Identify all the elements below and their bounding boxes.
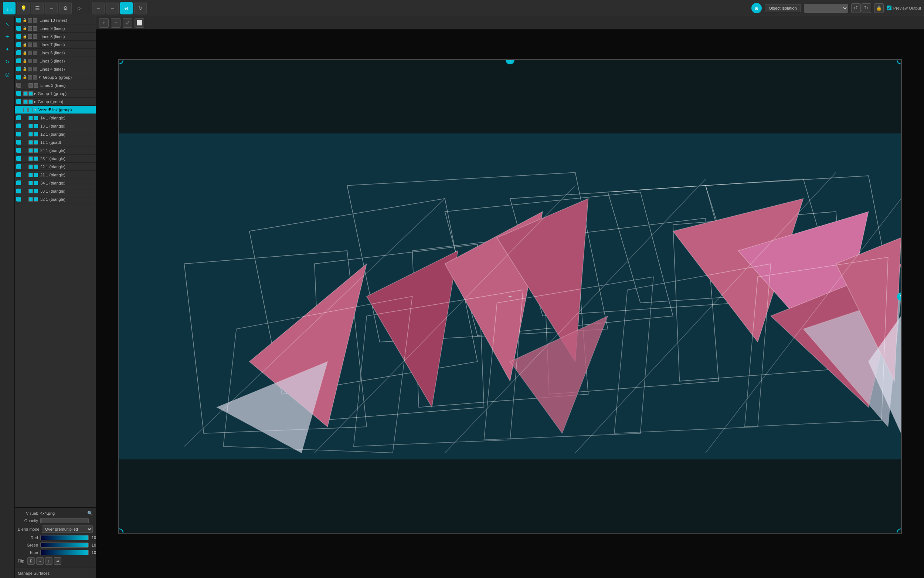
layer-item-tri33[interactable]: 33 1 (triangle) [15,187,96,195]
canvas-zoom-minus-btn[interactable]: − [111,18,120,28]
layer-vis-lines7[interactable] [16,42,21,47]
green-row: Green 100% [18,542,93,548]
zoom-out2-btn[interactable]: − [106,2,119,15]
zoom-out-btn[interactable]: − [92,2,105,15]
layer-vis-vezerblink[interactable] [16,107,21,112]
select-tab-btn[interactable]: ⬚ [3,2,16,15]
layer-color-group0 [23,99,28,104]
layer-item-tri21[interactable]: 21 1 (triangle) [15,171,96,179]
visual-search-icon[interactable]: 🔍 [87,511,93,516]
layer-item-lines3[interactable]: Lines 3 (lines) [15,81,96,89]
layer-vis-tri13[interactable] [16,123,21,128]
settings-tab-btn[interactable]: ⚙ [59,2,72,15]
manage-surfaces-bar: Manage Surfaces [15,568,96,578]
layer-item-vezerblink[interactable]: ▼VezerBlink (group) [15,106,96,114]
layer-item-tri12[interactable]: 12 1 (triangle) [15,130,96,138]
layer-vis-tri12[interactable] [16,132,21,136]
layer-item-lines5[interactable]: 🔒 Lines 5 (lines) [15,57,96,65]
object-isolation-btn[interactable]: Object Isolation [765,4,801,12]
refresh-btn[interactable]: ↻ [134,2,147,15]
transform-tool-btn[interactable]: ✦ [2,44,13,55]
layer-vis-group0[interactable] [16,99,21,104]
canvas-zoom-plus-btn[interactable]: + [99,18,108,28]
layer-color2-tri23 [34,156,38,161]
flip-v-btn[interactable]: ↕ [45,557,52,565]
rotate-tool-btn[interactable]: ↻ [2,56,13,67]
layer-vis-tri14[interactable] [16,115,21,120]
list-tab-btn[interactable]: ☰ [31,2,44,15]
layer-vis-tri22[interactable] [16,164,21,169]
layer-vis-tri33[interactable] [16,188,21,193]
expand-btn[interactable]: ▷ [73,2,86,15]
isolation-dropdown[interactable] [804,4,848,13]
camera-tool-btn[interactable]: ◎ [2,69,13,80]
red-slider[interactable] [40,535,89,540]
layer-item-lines8[interactable]: 🔒 Lines 8 (lines) [15,32,96,41]
layer-color-tri22 [29,164,33,169]
canvas-viewport[interactable]: ✛ ✕ + [96,29,924,578]
isolation-icon-btn[interactable]: ⊕ [751,3,762,13]
canvas-frame-btn[interactable]: ⬜ [134,18,144,28]
minus-tab-btn[interactable]: − [45,2,58,15]
layer-item-group1[interactable]: ▶Group 1 (group) [15,89,96,97]
toolbar-left: ⬚ 💡 ☰ − ⚙ ▷ − − ⊖ ↻ [3,2,147,15]
lock-btn[interactable]: 🔒 [874,3,884,13]
layer-vis-lines5[interactable] [16,58,21,63]
layer-item-tri13[interactable]: 13 1 (triangle) [15,122,96,130]
layer-vis-lines6[interactable] [16,50,21,55]
layer-vis-tri32[interactable] [16,197,21,201]
layer-name-tri14: 14 1 (triangle) [40,116,94,120]
layer-item-tri24[interactable]: 24 1 (triangle) [15,146,96,154]
flip-row: Flip F ↔ ↕ ⇔ [18,557,93,565]
layer-vis-lines10[interactable] [16,18,21,23]
layer-item-tri32[interactable]: 32 1 (triangle) [15,195,96,203]
canvas-fit-btn[interactable]: ⤢ [123,18,132,28]
layer-vis-tri34[interactable] [16,180,21,185]
circle-minus-btn[interactable]: ⊖ [120,2,133,15]
opacity-slider[interactable] [40,518,89,523]
layer-vis-lines8[interactable] [16,34,21,39]
undo-btn[interactable]: ↺ [851,3,861,13]
layer-vis-group2[interactable] [16,75,21,80]
preview-output-checkbox[interactable] [887,6,892,10]
layer-item-tri22[interactable]: 22 1 (triangle) [15,163,96,171]
layer-vis-lines4[interactable] [16,67,21,71]
layer-name-tri24: 24 1 (triangle) [40,148,94,153]
layer-expand-group1[interactable]: ▶ [34,92,36,96]
layer-item-lines4[interactable]: 🔒 Lines 4 (lines) [15,65,96,73]
layer-vis-tri23[interactable] [16,156,21,161]
layer-expand-group0[interactable]: ▶ [34,100,36,104]
layer-item-lines6[interactable]: 🔒 Lines 6 (lines) [15,49,96,57]
flip-f-btn[interactable]: F [28,557,35,565]
layer-vis-group1[interactable] [16,91,21,96]
preview-output-label[interactable]: Preview Output [887,6,921,10]
blue-slider[interactable] [40,550,89,555]
layer-item-tri34[interactable]: 34 1 (triangle) [15,179,96,187]
add-tool-btn[interactable]: + [2,31,13,42]
layer-item-lines9[interactable]: 🔒 Lines 9 (lines) [15,24,96,32]
layer-item-tri14[interactable]: 14 1 (triangle) [15,114,96,122]
layer-item-tri23[interactable]: 23 1 (triangle) [15,154,96,163]
select-tool-btn[interactable]: ↖ [2,18,13,29]
layer-item-group0[interactable]: ▶Group (group) [15,97,96,106]
layer-color-tri14 [29,116,33,120]
layer-item-quad11[interactable]: 11 1 (quad) [15,138,96,146]
layer-color2-vezerblink [29,108,33,112]
layer-item-lines7[interactable]: 🔒 Lines 7 (lines) [15,41,96,49]
layer-expand-vezerblink[interactable]: ▼ [34,108,37,112]
layer-vis-tri24[interactable] [16,148,21,153]
flip-h-btn[interactable]: ↔ [36,557,44,565]
layer-expand-group2[interactable]: ▼ [38,75,41,79]
flip-x-btn[interactable]: ⇔ [54,557,61,565]
layer-vis-tri21[interactable] [16,172,21,177]
layer-name-quad11: 11 1 (quad) [40,140,94,144]
layer-item-group2[interactable]: 🔒▼Group 2 (group) [15,73,96,81]
layer-item-lines10[interactable]: 🔒 Lines 10 (lines) [15,16,96,24]
green-slider[interactable] [40,542,89,548]
layer-vis-lines3[interactable] [16,83,21,88]
layer-vis-lines9[interactable] [16,26,21,31]
redo-btn[interactable]: ↻ [861,3,871,13]
blend-mode-select[interactable]: Over premultiplied Over Add Multiply Scr… [42,526,93,533]
layer-vis-quad11[interactable] [16,140,21,144]
light-tab-btn[interactable]: 💡 [17,2,29,15]
